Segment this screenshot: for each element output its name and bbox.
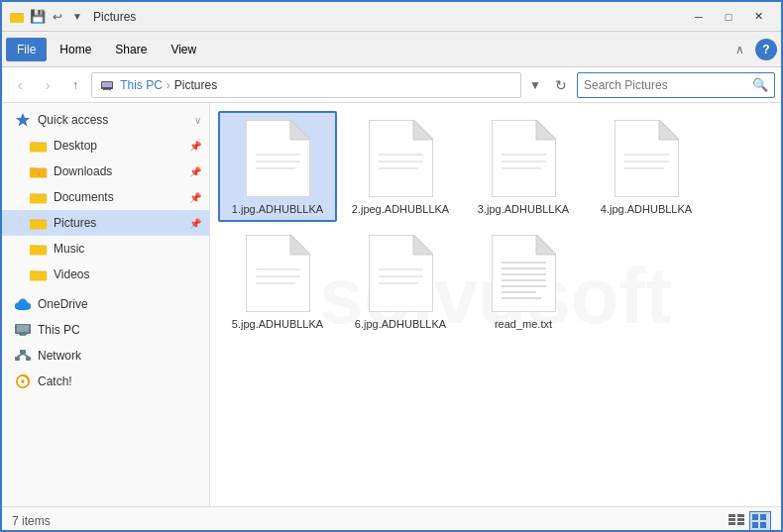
svg-rect-26 [30,272,47,280]
svg-rect-2 [10,15,24,23]
file-icon-1 [242,119,313,198]
file-icon-3 [488,119,559,198]
sidebar-item-pictures[interactable]: Pictures 📌 [2,210,209,236]
svg-rect-5 [104,89,110,90]
svg-rect-84 [737,514,744,517]
folder-icon-desktop [30,137,48,155]
svg-marker-58 [659,120,679,140]
sidebar-item-network[interactable]: Network [2,343,209,369]
file-grid: 1.jpg.ADHUBLLKA 2.jpeg.ADHUBLLKA [218,111,773,338]
title-bar: 💾 ↩ ▼ Pictures ─ □ ✕ [2,2,781,32]
large-icons-view-button[interactable] [749,511,771,531]
sidebar-item-desktop[interactable]: Desktop 📌 [2,133,209,159]
file-label-1: 1.jpg.ADHUBLLKA [232,202,323,216]
path-pictures: Pictures [174,78,217,92]
address-path[interactable]: This PC › Pictures [91,72,521,98]
tab-home[interactable]: Home [49,38,102,61]
folder-icon-music [30,240,48,258]
save-icon[interactable]: 💾 [30,9,46,25]
expand-icon: ∨ [194,115,201,126]
pin-icon-pic: 📌 [189,218,201,229]
svg-rect-23 [30,247,47,255]
sidebar-item-music[interactable]: Music [2,236,209,262]
svg-marker-53 [536,120,556,140]
help-button[interactable]: ? [755,39,777,60]
svg-rect-86 [737,522,744,525]
svg-rect-82 [728,518,735,521]
svg-marker-73 [536,235,556,255]
file-item[interactable]: 5.jpg.ADHUBLLKA [218,226,337,337]
file-item[interactable]: 4.jpg.ADHUBLLKA [587,111,706,222]
svg-marker-63 [290,235,310,255]
sidebar-item-videos[interactable]: Videos [2,262,209,287]
svg-rect-6 [102,82,112,87]
svg-rect-33 [19,334,27,335]
svg-marker-43 [290,120,310,140]
refresh-button[interactable]: ↻ [549,73,573,97]
folder-icon-documents [30,188,48,206]
file-item[interactable]: 1.jpg.ADHUBLLKA [218,111,337,222]
folder-icon [10,9,26,25]
main-area: Quick access ∨ Desktop 📌 ↓ Downloads 📌 D… [2,103,781,506]
item-count: 7 items [12,514,51,528]
tab-view[interactable]: View [160,38,207,61]
back-button[interactable]: ‹ [8,73,32,97]
sidebar-item-onedrive[interactable]: OneDrive [2,291,209,317]
status-bar: 7 items [2,506,781,532]
dropdown-icon[interactable]: ▼ [69,9,85,25]
svg-rect-35 [20,350,26,354]
file-label-3: 3.jpg.ADHUBLLKA [478,202,569,216]
desktop-label: Desktop [54,139,189,153]
tab-file[interactable]: File [6,38,47,61]
ribbon: File Home Share View ∧ ? [2,32,781,67]
catch-icon [14,372,32,390]
svg-rect-32 [17,325,29,332]
pictures-label: Pictures [54,216,189,230]
up-button[interactable]: ↑ [63,73,87,97]
path-thispc: This PC [100,78,163,92]
svg-rect-37 [26,357,31,361]
svg-line-39 [23,354,29,357]
search-input[interactable] [584,78,752,92]
file-icon-7 [488,234,559,313]
undo-icon[interactable]: ↩ [50,9,65,25]
file-icon-4 [611,119,682,198]
file-item[interactable]: 2.jpeg.ADHUBLLKA [341,111,460,222]
path-sep1: › [167,78,170,92]
file-label-4: 4.jpg.ADHUBLLKA [601,202,692,216]
tab-share[interactable]: Share [104,38,158,61]
file-item[interactable]: 6.jpg.ADHUBLLKA [341,226,460,337]
svg-rect-90 [760,522,766,528]
svg-marker-7 [16,113,30,127]
sidebar-item-catch[interactable]: Catch! [2,369,209,394]
svg-rect-36 [15,357,20,361]
details-view-button[interactable] [726,511,747,531]
svg-marker-68 [413,235,433,255]
sidebar-quick-access[interactable]: Quick access ∨ [2,107,209,133]
forward-button[interactable]: › [36,73,59,97]
file-item[interactable]: read_me.txt [464,226,583,337]
file-item[interactable]: 3.jpg.ADHUBLLKA [464,111,583,222]
cloud-icon [14,295,32,313]
svg-rect-85 [737,518,744,521]
file-icon-6 [365,234,436,313]
pin-icon: 📌 [189,141,201,152]
svg-rect-20 [30,221,47,229]
address-dropdown-button[interactable]: ▼ [525,78,545,92]
minimize-button[interactable]: ─ [684,2,714,32]
sidebar-item-thispc[interactable]: This PC [2,317,209,343]
catch-label: Catch! [38,374,201,388]
close-button[interactable]: ✕ [743,2,773,32]
svg-rect-10 [30,144,47,152]
window-controls: ─ □ ✕ [684,2,773,32]
pc-icon [14,321,32,339]
svg-marker-48 [413,120,433,140]
svg-rect-34 [20,335,26,336]
sidebar-item-documents[interactable]: Documents 📌 [2,184,209,210]
ribbon-expand-button[interactable]: ∧ [729,43,749,56]
maximize-button[interactable]: □ [714,2,743,32]
sidebar-item-downloads[interactable]: ↓ Downloads 📌 [2,159,209,184]
search-icon[interactable]: 🔍 [752,77,768,92]
search-box[interactable]: 🔍 [577,72,775,98]
svg-rect-87 [752,514,758,520]
